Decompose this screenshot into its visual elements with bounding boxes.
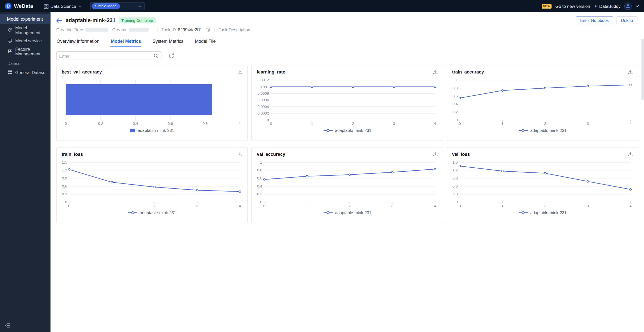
svg-text:0.2: 0.2 — [257, 192, 262, 196]
legend-label: adaptable-mink-231 — [138, 128, 174, 133]
back-button[interactable] — [56, 18, 62, 23]
legend-label: adaptable-mink-231 — [530, 210, 567, 215]
tab-model-metrics[interactable]: Model Metrics — [110, 36, 141, 47]
grid-icon — [44, 4, 48, 9]
databuddy-entry[interactable]: ✦ DataBuddy — [594, 4, 620, 9]
meta-row: Creation Time Creator | Task ID 82994de2… — [56, 27, 637, 32]
svg-text:0.6: 0.6 — [62, 184, 67, 188]
legend-item[interactable]: adaptable-mink-231 — [447, 128, 638, 133]
svg-text:0: 0 — [456, 200, 458, 204]
svg-text:0: 0 — [260, 200, 262, 204]
chevron-down-icon[interactable] — [635, 5, 639, 8]
metric-chart-card: best_val_accuracy 00.20.40.60.81 adaptab… — [56, 65, 248, 141]
svg-text:2: 2 — [349, 204, 351, 208]
download-icon[interactable] — [433, 69, 438, 75]
legend-item[interactable]: adaptable-mink-231 — [252, 128, 442, 133]
svg-text:0: 0 — [65, 122, 67, 126]
svg-text:0.001: 0.001 — [260, 85, 269, 89]
databuddy-icon: ✦ — [594, 4, 597, 9]
toolbar — [56, 51, 638, 60]
sidebar: Model experiment Model Management Model … — [0, 12, 51, 332]
chevron-down-icon — [138, 5, 141, 7]
svg-text:1: 1 — [306, 204, 308, 208]
svg-text:0: 0 — [459, 122, 461, 126]
chart-title: learning_rate — [257, 69, 285, 75]
search-icon[interactable] — [151, 53, 161, 58]
chart-title: train_loss — [62, 152, 83, 157]
download-icon[interactable] — [628, 69, 633, 75]
svg-text:D: D — [7, 4, 10, 8]
sidebar-item-feature-management[interactable]: Feature Management — [0, 46, 51, 56]
enter-notebook-button[interactable]: Enter Notebook — [576, 16, 613, 24]
legend-marker-icon — [518, 129, 528, 132]
sidebar-item-model-experiment[interactable]: Model experiment — [0, 14, 51, 24]
svg-text:3: 3 — [393, 122, 395, 126]
svg-text:1.5: 1.5 — [452, 160, 458, 164]
task-id-value: 82994de2f7... — [178, 27, 204, 32]
tab-system-metrics[interactable]: System Metrics — [152, 36, 184, 47]
svg-text:0.2: 0.2 — [98, 122, 103, 126]
flag-icon — [7, 49, 12, 54]
svg-text:1.2: 1.2 — [452, 168, 458, 172]
svg-text:0.6: 0.6 — [452, 184, 458, 188]
svg-text:3: 3 — [587, 122, 589, 126]
chart-title: train_accuracy — [452, 69, 484, 75]
avatar[interactable] — [624, 3, 632, 10]
scrollbar[interactable] — [641, 39, 643, 100]
status-badge: Training Complete — [119, 17, 155, 23]
svg-text:0: 0 — [459, 204, 461, 208]
download-icon[interactable] — [628, 152, 633, 157]
copy-icon[interactable] — [206, 27, 210, 32]
new-badge: NEW — [542, 4, 552, 9]
svg-text:2: 2 — [544, 204, 546, 208]
product-switcher[interactable]: Data Science — [44, 4, 81, 9]
legend-item[interactable]: adaptable-mink-231 — [252, 210, 442, 215]
task-description-value: - — [252, 27, 254, 32]
svg-text:0: 0 — [65, 200, 67, 204]
svg-text:0.3: 0.3 — [452, 192, 458, 196]
svg-text:4: 4 — [434, 204, 436, 208]
svg-text:0.3: 0.3 — [62, 192, 67, 196]
svg-text:4: 4 — [239, 204, 241, 208]
page-title: adaptable-mink-231 — [66, 17, 115, 23]
mode-pill: Simple Mode — [92, 3, 120, 9]
brand[interactable]: D WeData — [5, 3, 33, 9]
task-id-label: Task ID — [162, 27, 176, 32]
sidebar-item-label: Model Management — [15, 25, 50, 35]
svg-text:3: 3 — [587, 204, 589, 208]
svg-text:0.0004: 0.0004 — [258, 105, 269, 109]
main-content: adaptable-mink-231 Training Complete Ent… — [51, 12, 644, 332]
legend-marker-icon — [323, 129, 333, 132]
svg-text:0.0012: 0.0012 — [258, 78, 269, 82]
download-icon[interactable] — [237, 69, 243, 75]
sidebar-item-model-service[interactable]: Model service — [0, 36, 51, 45]
go-to-new-version-link[interactable]: Go to new version — [555, 4, 590, 9]
download-icon[interactable] — [237, 152, 243, 157]
svg-text:0: 0 — [456, 118, 458, 122]
svg-text:1: 1 — [456, 78, 458, 82]
search-input[interactable] — [57, 53, 151, 58]
refresh-icon[interactable] — [168, 53, 174, 59]
svg-text:1: 1 — [260, 160, 262, 164]
metric-chart-card: train_loss 00.30.60.91.21.501234 adaptab… — [56, 147, 248, 223]
tab-model-file[interactable]: Model File — [194, 36, 216, 47]
sidebar-item-general-dataset[interactable]: General Dataset — [0, 67, 51, 77]
sidebar-collapse-button[interactable] — [5, 323, 11, 328]
svg-text:0.6: 0.6 — [452, 94, 458, 98]
svg-text:0.4: 0.4 — [133, 122, 138, 126]
download-icon[interactable] — [433, 152, 438, 157]
mode-select[interactable]: Simple Mode — [91, 2, 145, 10]
body-row: Model experiment Model Management Model … — [0, 12, 644, 332]
legend-item[interactable]: adaptable-mink-231 — [57, 128, 247, 133]
legend-item[interactable]: adaptable-mink-231 — [57, 210, 247, 215]
legend-item[interactable]: adaptable-mink-231 — [447, 210, 638, 215]
tab-overview-information[interactable]: Overview Information — [56, 36, 100, 47]
sidebar-item-label: General Dataset — [15, 70, 47, 75]
svg-text:2: 2 — [544, 122, 546, 126]
tag-icon — [7, 27, 12, 32]
sidebar-item-model-management[interactable]: Model Management — [0, 25, 51, 35]
legend-marker-icon — [128, 211, 138, 215]
delete-button[interactable]: Delete — [617, 16, 637, 24]
svg-text:1: 1 — [111, 204, 113, 208]
svg-text:3: 3 — [196, 204, 198, 208]
